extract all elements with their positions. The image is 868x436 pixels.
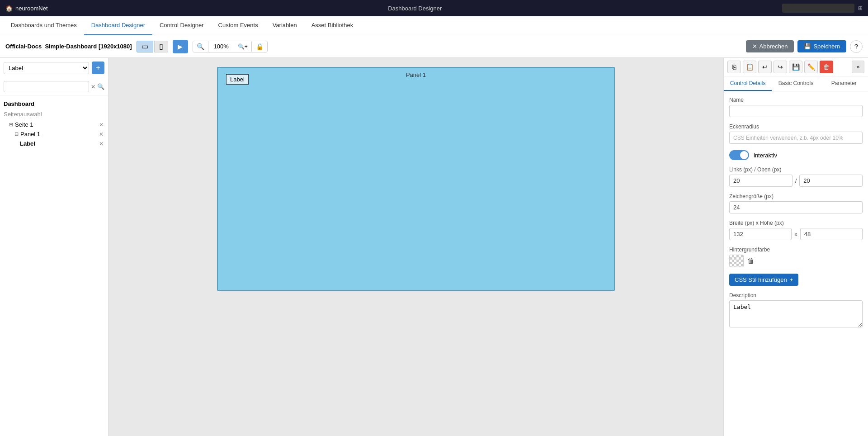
tree-toggle-seite1[interactable]: ⊟ bbox=[9, 122, 13, 128]
tree-label-label: Label bbox=[20, 140, 98, 147]
rp-delete-btn[interactable]: 🗑 bbox=[820, 61, 833, 73]
tree-label-seite1: Seite 1 bbox=[15, 121, 98, 128]
zoom-value: 100% bbox=[208, 41, 234, 52]
tree-item-panel1[interactable]: ⊟ Panel 1 ✕ bbox=[4, 129, 104, 139]
tree-close-panel1[interactable]: ✕ bbox=[98, 131, 104, 137]
font-size-label: Zeichengröße (px) bbox=[729, 193, 863, 199]
eckenradius-input[interactable] bbox=[729, 132, 863, 144]
lock-btn[interactable]: 🔒 bbox=[252, 41, 267, 52]
rp-paste-btn[interactable]: 📋 bbox=[743, 61, 756, 73]
right-panel: ⎘ 📋 ↩ ↪ 💾 ✏️ 🗑 » Control Details Basic C… bbox=[723, 58, 868, 436]
tab-control-designer[interactable]: Control Designer bbox=[152, 16, 211, 35]
tab-variablen[interactable]: Variablen bbox=[265, 16, 304, 35]
save-button[interactable]: 💾 Speichern bbox=[797, 40, 846, 52]
tab-basic-controls[interactable]: Basic Controls bbox=[772, 76, 820, 91]
tree-toggle-panel1[interactable]: ⊟ bbox=[14, 131, 19, 137]
name-label: Name bbox=[729, 97, 863, 103]
css-add-button[interactable]: CSS Stil hinzufügen + bbox=[729, 274, 798, 286]
view-toggle: ▭ ▯ bbox=[137, 41, 168, 52]
toolbar-actions: ✕ Abbrechen 💾 Speichern ? bbox=[746, 40, 863, 53]
rp-undo-btn[interactable]: ↩ bbox=[758, 61, 772, 73]
color-delete-btn[interactable]: 🗑 bbox=[747, 257, 755, 265]
tab-parameter[interactable]: Parameter bbox=[820, 76, 868, 91]
app-title: Dashboard Designer bbox=[388, 5, 442, 12]
nav-tabs: Dashboards und Themes Dashboard Designer… bbox=[0, 16, 868, 35]
top-bar-search[interactable] bbox=[782, 4, 854, 13]
pos-left-input[interactable] bbox=[729, 175, 793, 187]
app-logo: 🏠 neuroomNet bbox=[5, 5, 48, 12]
size-sep: x bbox=[794, 231, 797, 237]
home-icon: 🏠 bbox=[5, 5, 13, 12]
sidebar-search-row: ✕ 🔍 bbox=[0, 78, 108, 95]
tree-close-seite1[interactable]: ✕ bbox=[98, 122, 104, 128]
right-panel-tabs: Control Details Basic Controls Parameter bbox=[724, 76, 868, 91]
sidebar-clear-button[interactable]: ✕ bbox=[89, 84, 97, 90]
tree-section: Seitenauswahl bbox=[4, 109, 104, 120]
tree-item-label[interactable]: Label ✕ bbox=[4, 139, 104, 148]
interactive-toggle-row: interaktiv bbox=[729, 150, 863, 160]
tree-close-label[interactable]: ✕ bbox=[98, 141, 104, 147]
zoom-out-btn[interactable]: 🔍 bbox=[193, 41, 208, 52]
cancel-button[interactable]: ✕ Abbrechen bbox=[746, 40, 794, 52]
description-textarea[interactable]: Label bbox=[729, 300, 863, 327]
interactive-label: interaktiv bbox=[754, 152, 777, 159]
tab-dashboard-designer[interactable]: Dashboard Designer bbox=[84, 16, 152, 35]
sidebar-search-input[interactable] bbox=[4, 81, 89, 92]
field-eckenradius: Eckenradius bbox=[729, 123, 863, 144]
tab-custom-events[interactable]: Custom Events bbox=[211, 16, 265, 35]
help-button[interactable]: ? bbox=[850, 40, 863, 53]
sidebar-tree: Dashboard Seitenauswahl ⊟ Seite 1 ✕ ⊟ Pa… bbox=[0, 95, 108, 436]
size-label: Breite (px) x Höhe (px) bbox=[729, 220, 863, 226]
control-type-select[interactable]: Label bbox=[4, 62, 89, 74]
tab-dashboards[interactable]: Dashboards und Themes bbox=[4, 16, 84, 35]
tab-control-details[interactable]: Control Details bbox=[724, 76, 772, 91]
rp-copy-btn[interactable]: ⎘ bbox=[727, 61, 741, 73]
sidebar-dropdown-row: Label + bbox=[0, 58, 108, 78]
css-add-icon: + bbox=[790, 276, 793, 283]
name-input[interactable] bbox=[729, 105, 863, 117]
field-bg-color: Hintergrundfarbe 🗑 bbox=[729, 246, 863, 267]
view-desktop-btn[interactable]: ▭ bbox=[137, 41, 153, 52]
rp-redo-btn[interactable]: ↪ bbox=[774, 61, 787, 73]
top-bar-right: ⊞ bbox=[782, 4, 863, 13]
right-panel-content: Name Eckenradius interaktiv Links (px) /… bbox=[724, 91, 868, 436]
canvas-label-widget[interactable]: Label bbox=[226, 74, 249, 85]
tab-asset-bibliothek[interactable]: Asset Bibliothek bbox=[304, 16, 361, 35]
size-inputs: x bbox=[729, 228, 863, 240]
canvas-board[interactable]: Panel 1 Label bbox=[217, 67, 615, 291]
tree-root: Dashboard bbox=[4, 99, 104, 109]
width-input[interactable] bbox=[729, 228, 792, 240]
tree-section-label: Seitenauswahl bbox=[4, 110, 104, 118]
description-label: Description bbox=[729, 292, 863, 299]
rp-save-btn[interactable]: 💾 bbox=[789, 61, 802, 73]
sidebar-search-icon[interactable]: 🔍 bbox=[97, 83, 104, 90]
font-size-input[interactable] bbox=[729, 201, 863, 213]
field-font-size: Zeichengröße (px) bbox=[729, 193, 863, 213]
rp-edit-btn[interactable]: ✏️ bbox=[804, 61, 818, 73]
position-inputs: / bbox=[729, 175, 863, 187]
add-control-button[interactable]: + bbox=[92, 62, 104, 74]
top-bar: 🏠 neuroomNet Dashboard Designer ⊞ bbox=[0, 0, 868, 16]
tree-item-seite1[interactable]: ⊟ Seite 1 ✕ bbox=[4, 120, 104, 129]
eckenradius-label: Eckenradius bbox=[729, 123, 863, 130]
field-name: Name bbox=[729, 97, 863, 117]
position-label: Links (px) / Oben (px) bbox=[729, 166, 863, 173]
play-button[interactable]: ▶ bbox=[173, 40, 188, 53]
save-icon: 💾 bbox=[804, 43, 811, 50]
zoom-in-btn[interactable]: 🔍+ bbox=[234, 42, 252, 52]
main-layout: Label + ✕ 🔍 Dashboard Seitenauswahl ⊟ Se… bbox=[0, 58, 868, 436]
color-swatch[interactable] bbox=[729, 255, 744, 267]
interactive-toggle[interactable] bbox=[729, 150, 749, 160]
height-input[interactable] bbox=[800, 228, 863, 240]
sidebar: Label + ✕ 🔍 Dashboard Seitenauswahl ⊟ Se… bbox=[0, 58, 108, 436]
pos-top-input[interactable] bbox=[799, 175, 863, 187]
cancel-icon: ✕ bbox=[752, 43, 757, 50]
pos-sep: / bbox=[795, 177, 797, 184]
bg-color-label: Hintergrundfarbe bbox=[729, 246, 863, 253]
canvas-area[interactable]: Panel 1 Label bbox=[108, 58, 723, 436]
color-row: 🗑 bbox=[729, 255, 863, 267]
top-bar-icon: ⊞ bbox=[858, 5, 863, 11]
field-size: Breite (px) x Höhe (px) x bbox=[729, 220, 863, 240]
rp-expand-btn[interactable]: » bbox=[852, 61, 864, 73]
view-tablet-btn[interactable]: ▯ bbox=[154, 41, 168, 52]
